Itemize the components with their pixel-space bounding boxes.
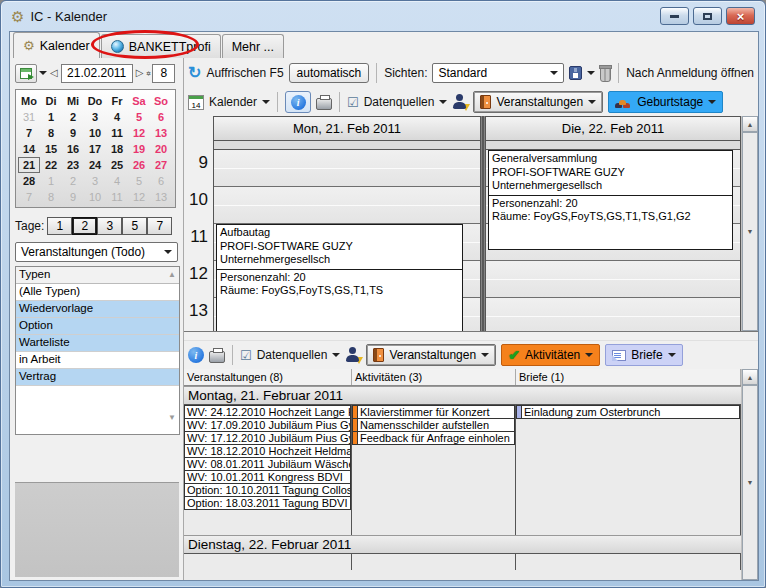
scroll-up-icon[interactable]: ▲ xyxy=(742,369,758,385)
mini-calendar-day[interactable]: 13 xyxy=(150,189,172,205)
tage-button-7[interactable]: 7 xyxy=(147,217,172,235)
scroll-up-icon[interactable]: ▲ xyxy=(742,116,758,132)
mini-calendar-day[interactable]: 10 xyxy=(84,189,106,205)
calendar-menu-label[interactable]: Kalender xyxy=(209,95,257,109)
birthdays-toggle-button[interactable]: Geburtstage xyxy=(608,91,723,113)
mini-calendar-day[interactable]: 23 xyxy=(62,157,84,173)
title-bar[interactable]: ⚙ IC - Kalender × xyxy=(1,1,765,31)
tage-button-1[interactable]: 1 xyxy=(47,217,72,235)
bottom-scrollbar[interactable]: ▲ ▼ xyxy=(741,369,758,580)
day-header-tuesday[interactable]: Die, 22. Feb 2011 xyxy=(486,117,740,141)
mini-calendar-day[interactable]: 28 xyxy=(18,173,40,189)
veranstaltung-row[interactable]: WV: 24.12.2010 Hochzeit Lange Hel xyxy=(184,405,351,419)
typen-scroll-up-icon[interactable]: ▲ xyxy=(168,270,176,279)
typen-item[interactable]: Option xyxy=(16,318,179,335)
typen-item[interactable]: Wiedervorlage xyxy=(16,301,179,318)
aktivitaet-row[interactable]: Klavierstimmer für Konzert xyxy=(352,405,515,419)
scroll-down-icon[interactable]: ▼ xyxy=(742,385,758,580)
date-dropdown-caret-icon[interactable] xyxy=(39,71,47,75)
day-header-monday[interactable]: Mon, 21. Feb 2011 xyxy=(214,117,480,141)
typen-list-header[interactable]: Typen xyxy=(16,267,179,284)
mini-calendar-day[interactable]: 18 xyxy=(106,141,128,157)
views-combobox[interactable]: Standard xyxy=(432,63,564,83)
veranstaltung-row[interactable]: WV: 17.09.2010 Jubiläum Pius Gymn xyxy=(184,418,351,432)
veranstaltung-row[interactable]: WV: 17.12.2010 Jubiläum Pius Gymn xyxy=(184,431,351,445)
mini-calendar-day[interactable]: 5 xyxy=(128,109,150,125)
tage-button-2[interactable]: 2 xyxy=(72,217,97,235)
column-header-aktivitaeten[interactable]: Aktivitäten (3) xyxy=(352,369,516,385)
delete-view-icon[interactable] xyxy=(600,67,611,82)
hour-cell[interactable] xyxy=(486,261,740,298)
mini-calendar-day[interactable]: 22 xyxy=(40,157,62,173)
calendar-menu-caret-icon[interactable] xyxy=(262,100,270,104)
mini-calendar-day[interactable]: 27 xyxy=(150,157,172,173)
mini-calendar-day[interactable]: 5 xyxy=(128,173,150,189)
person-filter-icon[interactable] xyxy=(345,347,361,363)
mini-calendar-day[interactable]: 12 xyxy=(128,189,150,205)
scroll-down-icon[interactable]: ▼ xyxy=(742,132,758,331)
allday-row[interactable] xyxy=(486,141,740,150)
brief-row[interactable]: Einladung zum Osterbrunch xyxy=(516,405,740,419)
hour-cell[interactable] xyxy=(214,187,480,224)
mini-calendar-day[interactable]: 3 xyxy=(84,109,106,125)
tab-kalender[interactable]: ⚙ Kalender xyxy=(13,32,100,58)
veranstaltung-row[interactable]: Option: 10.10.2011 Tagung Colloseu xyxy=(184,483,351,497)
event-monday[interactable]: Aufbautag PROFI-SOFTWARE GUZY Unternehme… xyxy=(216,224,463,331)
veranstaltung-row[interactable]: WV: 08.01.2011 Jubiläum Wäscherei xyxy=(184,457,351,471)
mini-calendar-day[interactable]: 31 xyxy=(18,109,40,125)
print-icon[interactable] xyxy=(316,98,332,110)
mini-calendar-day[interactable]: 1 xyxy=(40,109,62,125)
mini-calendar-day[interactable]: 2 xyxy=(62,109,84,125)
panel-splitter[interactable] xyxy=(184,332,758,341)
mini-calendar-day[interactable]: 1 xyxy=(40,173,62,189)
mini-calendar-day[interactable]: 7 xyxy=(18,189,40,205)
mini-calendar-day[interactable]: 9 xyxy=(62,189,84,205)
typen-item[interactable]: Warteliste xyxy=(16,335,179,352)
mini-calendar-day[interactable]: 17 xyxy=(84,141,106,157)
mini-calendar-day[interactable]: 26 xyxy=(128,157,150,173)
automatic-button[interactable]: automatisch xyxy=(289,63,370,83)
minimize-button[interactable] xyxy=(660,7,689,25)
veranstaltung-row[interactable]: WV: 10.01.2011 Kongress BDVI xyxy=(184,470,351,484)
mini-calendar-day[interactable]: 16 xyxy=(62,141,84,157)
mini-calendar-day[interactable]: 9 xyxy=(62,125,84,141)
mini-calendar-day[interactable]: 24 xyxy=(84,157,106,173)
close-button[interactable]: × xyxy=(726,7,755,25)
person-filter-icon[interactable] xyxy=(452,94,468,110)
calendar-scrollbar[interactable]: ▲ ▼ xyxy=(741,116,758,331)
activities-toggle-button[interactable]: ✔ Aktivitäten xyxy=(501,344,600,366)
column-header-briefe[interactable]: Briefe (1) xyxy=(516,369,741,385)
date-input[interactable]: 21.02.2011 xyxy=(61,64,133,83)
info-icon[interactable]: i xyxy=(188,347,204,363)
mini-calendar-day[interactable]: 8 xyxy=(40,125,62,141)
mini-calendar-day[interactable]: 14 xyxy=(18,141,40,157)
typen-item[interactable]: in Arbeit xyxy=(16,352,179,369)
goto-date-button[interactable] xyxy=(15,64,37,83)
datasources-label[interactable]: Datenquellen xyxy=(257,348,328,362)
mini-calendar-day[interactable]: 21 xyxy=(18,157,40,173)
mini-calendar-day[interactable]: 2 xyxy=(62,173,84,189)
mini-calendar-day[interactable]: 3 xyxy=(84,173,106,189)
todo-filter-select[interactable]: Veranstaltungen (Todo) xyxy=(15,242,178,262)
save-view-icon[interactable] xyxy=(569,66,581,80)
typen-item[interactable]: Vertrag xyxy=(16,369,179,386)
mini-calendar-day[interactable]: 15 xyxy=(40,141,62,157)
refresh-icon[interactable]: ↻ xyxy=(188,65,201,81)
veranstaltung-row[interactable]: Option: 18.03.2011 Tagung BDVI xyxy=(184,496,351,510)
date-spinner[interactable]: ▵ ▿ xyxy=(146,73,150,74)
mini-calendar-day[interactable]: 7 xyxy=(18,125,40,141)
mini-calendar-day[interactable]: 10 xyxy=(84,125,106,141)
mini-calendar-day[interactable]: 11 xyxy=(106,189,128,205)
veranstaltung-row[interactable]: WV: 18.12.2010 Hochzeit Heldmaier xyxy=(184,444,351,458)
mini-calendar-day[interactable]: 12 xyxy=(128,125,150,141)
tage-button-5[interactable]: 5 xyxy=(122,217,147,235)
mini-calendar-day[interactable]: 25 xyxy=(106,157,128,173)
mini-calendar-day[interactable]: 11 xyxy=(106,125,128,141)
prev-day-arrow[interactable]: ◁ xyxy=(49,68,59,78)
mini-calendar-day[interactable]: 6 xyxy=(150,173,172,189)
datasources-label[interactable]: Datenquellen xyxy=(364,95,435,109)
maximize-button[interactable] xyxy=(693,7,722,25)
datasources-caret-icon[interactable] xyxy=(332,353,340,357)
next-day-arrow[interactable]: ▷ xyxy=(135,68,145,78)
column-header-veranstaltungen[interactable]: Veranstaltungen (8) xyxy=(184,369,352,385)
